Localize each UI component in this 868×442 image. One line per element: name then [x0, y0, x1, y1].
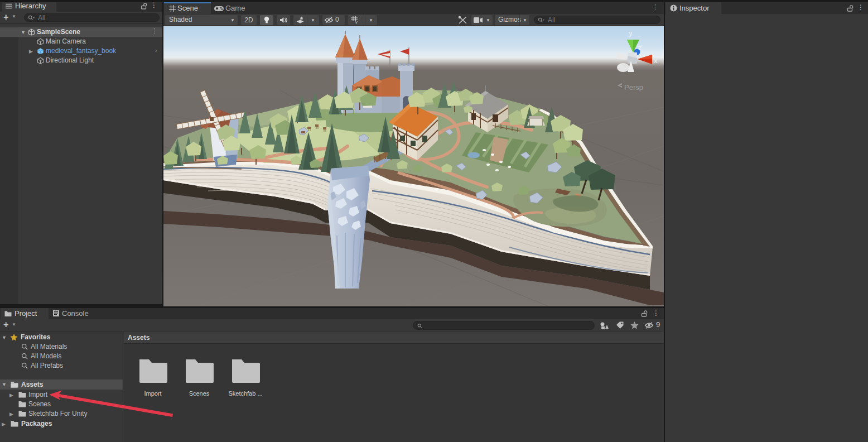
- svg-text:Persp: Persp: [624, 83, 643, 92]
- svg-text:Y: Y: [355, 20, 358, 25]
- svg-text:x: x: [654, 56, 658, 65]
- svg-text:y: y: [629, 29, 633, 37]
- svg-text:z: z: [638, 44, 642, 52]
